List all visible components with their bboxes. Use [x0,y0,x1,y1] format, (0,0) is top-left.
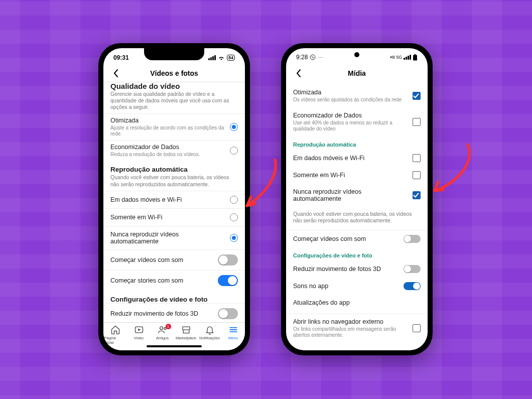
menu-icon [228,325,239,335]
tab-label: Menu [228,336,238,340]
back-button[interactable] [291,64,306,82]
option-sub: Os links compartilhados em mensagens ser… [293,326,408,338]
svg-point-1 [160,327,163,330]
option-datasaver-label: Economizador de Dados [110,144,225,151]
switch-icon[interactable] [404,282,421,290]
notification-badge: 1 [166,324,171,329]
checkbox-icon[interactable] [413,191,421,199]
option-label: Somente em Wi-Fi [293,172,408,179]
option-optimized-label: Otimizada [293,89,408,96]
section-autoplay-sub: Quando você estiver com pouca bateria, o… [103,173,245,190]
option-label: Abrir links no navegador externo [293,318,408,325]
option-auto-never[interactable]: Nunca reproduzir vídeos automaticamente [103,226,245,249]
option-optimized-sub: Ajuste a resolução de acordo com as cond… [110,125,225,137]
checkbox-icon[interactable] [413,171,421,179]
tab-marketplace[interactable]: Marketplace [175,325,197,340]
option-auto-wifi[interactable]: Somente em Wi-Fi [103,208,245,226]
option-label: Sons no app [293,283,398,290]
switch-icon[interactable] [218,308,238,319]
marketplace-icon [181,325,192,335]
background [0,0,532,399]
checkbox-icon[interactable] [413,154,421,162]
checkbox-icon[interactable] [413,324,421,332]
radio-icon[interactable] [230,196,238,204]
tab-video[interactable]: Vídeo [128,325,150,340]
option-auto-wifi-data[interactable]: Em dados móveis e Wi-Fi [103,191,245,208]
bell-icon [204,325,215,335]
tab-bar: Página inicial Vídeo 1 Amigos Marketplac… [103,322,245,350]
option-label: Em dados móveis e Wi-Fi [293,155,408,162]
checkbox-icon[interactable] [413,118,421,126]
option-label: Começar vídeos com som [110,256,213,263]
toggle-reduce-3d[interactable]: Reduzir movimento de fotos 3D [103,303,245,322]
toggle-app-sounds[interactable]: Sons no app [286,278,428,295]
option-datasaver[interactable]: Economizador de Dados Reduza a resolução… [103,140,245,161]
svg-rect-5 [414,54,416,55]
tab-menu[interactable]: Menu [222,325,244,340]
radio-icon[interactable] [230,234,238,242]
phone-ios: 09:31 84 Vídeos e fotos Qualidade do víd… [98,43,250,355]
toggle-video-sound[interactable]: Começar vídeos com som [286,230,428,247]
video-icon [134,325,145,335]
toggle-external-browser[interactable]: Abrir links no navegador externo Os link… [286,314,428,343]
section-quality-title-cropped: Qualidade do vídeo [103,83,245,90]
switch-icon[interactable] [404,235,421,243]
radio-icon[interactable] [230,213,238,221]
page-title: Vídeos e fotos [103,69,245,77]
option-label: Somente em Wi-Fi [110,214,225,221]
option-auto-wifi-data[interactable]: Em dados móveis e Wi-Fi [286,150,428,167]
notch [144,48,204,60]
option-label: Em dados móveis e Wi-Fi [110,196,225,203]
header-ios: Vídeos e fotos [103,64,245,82]
chevron-left-icon [113,69,119,78]
signal-icon [208,55,216,60]
section-conf-title: Configurações de vídeo e foto [103,291,245,303]
chevron-left-icon [296,69,302,78]
radio-icon[interactable] [230,147,238,155]
tab-label: Amigos [156,336,169,340]
ellipsis-icon: ⋯ [318,55,323,60]
option-datasaver-label: Economizador de Dados [293,112,408,119]
section-quality-sub: Gerencie sua qualidade padrão de vídeo e… [103,90,245,113]
phone-android: 9:28 ⋯ •III 5G Mídia Otimizada [281,43,433,355]
option-auto-never[interactable]: Nunca reproduzir vídeos automaticamente [286,184,428,207]
option-label: Nunca reproduzir vídeos automaticamente [293,188,408,202]
page-title: Mídia [286,69,428,77]
option-auto-wifi[interactable]: Somente em Wi-Fi [286,167,428,184]
wifi-icon [218,55,225,61]
tab-notifications[interactable]: Notificações [199,325,221,340]
settings-content-android[interactable]: Otimizada Os vídeos serão ajustados às c… [286,82,428,350]
section-autoplay-title: Reprodução automática [103,161,245,173]
checkbox-icon[interactable] [413,92,421,100]
option-optimized[interactable]: Otimizada Os vídeos serão ajustados às c… [286,84,428,107]
switch-icon[interactable] [218,254,238,265]
back-button[interactable] [108,64,123,82]
toggle-stories-sound[interactable]: Começar stories com som [103,270,245,291]
toggle-reduce-3d[interactable]: Reduzir movimento de fotos 3D [286,260,428,278]
option-optimized[interactable]: Otimizada Ajuste a resolução de acordo c… [103,113,245,140]
option-optimized-sub: Os vídeos serão ajustados às condições d… [293,97,408,103]
battery-icon [413,54,418,61]
option-optimized-label: Otimizada [110,117,225,124]
switch-icon[interactable] [404,265,421,273]
switch-icon[interactable] [218,275,238,286]
tab-label: Página inicial [104,336,126,345]
signal-icon [404,55,411,60]
radio-icon[interactable] [230,123,238,131]
option-label: Reduzir movimento de fotos 3D [110,310,213,317]
tab-friends[interactable]: 1 Amigos [152,325,174,340]
option-label: Nunca reproduzir vídeos automaticamente [110,231,225,245]
toggle-video-sound[interactable]: Começar vídeos com som [103,249,245,270]
tab-home[interactable]: Página inicial [104,325,126,345]
section-autoplay-title: Reprodução automática [286,137,428,150]
settings-content-ios[interactable]: Qualidade do vídeo Gerencie sua qualidad… [103,82,245,322]
status-time: 09:31 [113,54,129,61]
option-datasaver[interactable]: Economizador de Dados Use até 40% de dad… [286,107,428,137]
option-datasaver-sub: Reduza a resolução de todos os vídeos. [110,152,225,158]
row-app-updates[interactable]: Atualizações do app [286,295,428,311]
battery-badge: 84 [227,55,235,61]
svg-rect-4 [413,55,417,60]
home-icon [110,325,121,335]
option-label: Reduzir movimento de fotos 3D [293,265,398,273]
status-time: 9:28 [296,54,308,61]
